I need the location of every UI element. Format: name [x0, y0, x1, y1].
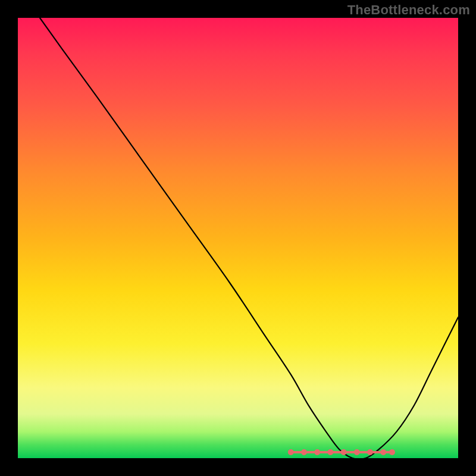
bottleneck-curve [40, 18, 458, 458]
chart-frame: TheBottleneck.com [0, 0, 476, 476]
valley-marker-dot [389, 449, 395, 455]
bottleneck-curve-svg [18, 18, 458, 458]
plot-area [18, 18, 458, 458]
watermark-text: TheBottleneck.com [347, 2, 470, 18]
